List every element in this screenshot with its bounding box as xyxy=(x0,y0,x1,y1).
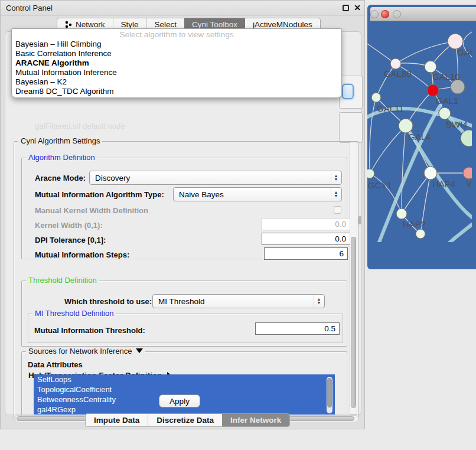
mi-type-value: Naive Bayes xyxy=(179,190,224,199)
data-attributes-label: Data Attributes xyxy=(28,360,83,369)
expanded-arrow-icon xyxy=(136,348,143,353)
node-label: GAL xyxy=(457,47,472,57)
network-edge[interactable] xyxy=(370,126,406,174)
tab-discretize-data[interactable]: Discretize Data xyxy=(148,414,222,426)
algorithm-definition-title: Algorithm Definition xyxy=(26,153,97,162)
attributes-scrollbar[interactable] xyxy=(327,377,332,413)
algorithm-option[interactable]: Basic Correlation Inference xyxy=(12,49,341,58)
network-edge[interactable] xyxy=(370,97,376,174)
network-window-titlebar xyxy=(370,7,476,21)
node-label: GCY1 xyxy=(368,180,392,190)
manual-kernel-checkbox[interactable] xyxy=(334,206,341,214)
node-label: HAP4 xyxy=(432,179,455,189)
node-gal1[interactable] xyxy=(427,84,439,96)
node-gal11[interactable] xyxy=(371,93,381,102)
network-edge-highlighted[interactable] xyxy=(450,224,472,242)
algorithm-definition-group: Algorithm Definition Aracne Mode: Discov… xyxy=(21,158,347,259)
node-gcy1[interactable] xyxy=(367,169,374,178)
node-swi4[interactable] xyxy=(439,107,451,119)
network-view-window: GALGAL80GAL10GAL1GAL11SWI4GAL4GCY1HAP4YH… xyxy=(367,5,476,269)
algorithm-option[interactable]: ARACNE Algorithm xyxy=(12,58,341,68)
network-icon xyxy=(65,21,73,28)
splitter-handle[interactable] xyxy=(358,216,361,224)
node-gal80[interactable] xyxy=(390,58,401,69)
algorithm-option[interactable]: Dream8 DC_TDC Algorithm xyxy=(12,87,341,96)
mi-algorithm-type-select[interactable]: Naive Bayes ▲▼ xyxy=(173,187,342,201)
cyni-algorithm-settings-group: Cyni Algorithm Settings Algorithm Defini… xyxy=(14,141,358,419)
mi-threshold-field[interactable]: 0.5 xyxy=(255,322,340,335)
spinner-arrows-icon: ▲▼ xyxy=(314,295,322,307)
manual-kernel-label: Manual Kernel Width Definition xyxy=(35,206,148,215)
node-bottom[interactable] xyxy=(416,229,425,239)
algorithm-dropdown: Select algorithm to view settings Bayesi… xyxy=(11,28,342,98)
dpi-tolerance-field[interactable]: 0.0 xyxy=(262,233,350,245)
tab-label: Select xyxy=(155,20,177,29)
tab-label: Impute Data xyxy=(94,416,139,425)
spinner-arrows-icon: ▲▼ xyxy=(331,172,339,184)
tab-label: Infer Network xyxy=(230,416,281,425)
screenshot-root: Control Panel ✕ Network Style Select Cyn… xyxy=(0,0,476,450)
ghost-network-hint: galFiltered.sif default node xyxy=(35,122,125,131)
threshold-definition-title: Threshold Definition xyxy=(26,276,99,285)
zoom-window-icon[interactable] xyxy=(370,10,379,18)
settings-vertical-scrollbar[interactable] xyxy=(350,142,357,415)
attributes-scrollbar-thumb[interactable] xyxy=(327,378,332,407)
apply-button[interactable]: Apply xyxy=(159,394,200,407)
threshold-definition-group: Threshold Definition Which threshold to … xyxy=(21,281,347,347)
algorithm-option[interactable]: Bayesian – K2 xyxy=(12,77,341,87)
which-threshold-value: MI Threshold xyxy=(158,297,205,306)
sources-group-title[interactable]: Sources for Network Inference xyxy=(26,347,145,356)
kernel-width-field[interactable]: 0.0 xyxy=(262,218,350,230)
network-edge[interactable] xyxy=(402,126,406,214)
mi-steps-field[interactable]: 6 xyxy=(264,247,348,260)
network-edge[interactable] xyxy=(396,41,455,64)
which-threshold-select[interactable]: MI Threshold ▲▼ xyxy=(152,294,325,308)
aracne-mode-value: Discovery xyxy=(95,174,130,182)
spinner-arrows-icon: ▲▼ xyxy=(331,188,339,200)
algorithm-option[interactable]: Mutual Information Inference xyxy=(12,68,341,77)
network-canvas-container: GALGAL80GAL10GAL1GAL11SWI4GAL4GCY1HAP4YH… xyxy=(367,5,476,244)
dropdown-placeholder: Select algorithm to view settings xyxy=(12,29,341,40)
settings-group-title: Cyni Algorithm Settings xyxy=(18,136,102,145)
aracne-mode-select[interactable]: Discovery ▲▼ xyxy=(89,171,342,185)
node-hap2[interactable] xyxy=(396,208,407,219)
float-window-icon[interactable] xyxy=(343,5,349,11)
minimize-window-icon[interactable] xyxy=(393,10,401,18)
aracne-mode-label: Aracne Mode: xyxy=(35,174,86,182)
control-panel-titlebar: Control Panel ✕ xyxy=(1,1,364,16)
node-gal4[interactable] xyxy=(399,119,413,133)
close-panel-icon[interactable]: ✕ xyxy=(354,3,361,12)
sources-title-text: Sources for Network Inference xyxy=(28,347,132,356)
node-label: GAL1 xyxy=(436,96,458,106)
node-gal10[interactable] xyxy=(425,61,436,73)
close-window-icon[interactable] xyxy=(381,10,389,18)
node-salmon[interactable] xyxy=(463,167,472,179)
settings-vscroll-thumb[interactable] xyxy=(351,237,356,408)
node-label: GAL10 xyxy=(432,71,460,81)
node-label: GAL11 xyxy=(377,103,404,113)
tab-impute-data[interactable]: Impute Data xyxy=(86,414,148,426)
tab-label: jActiveMNodules xyxy=(253,20,312,29)
network-canvas[interactable]: GALGAL80GAL10GAL1GAL11SWI4GAL4GCY1HAP4YH… xyxy=(367,5,472,242)
node-hap4[interactable] xyxy=(424,167,437,180)
dpi-tolerance-label: DPI Tolerance [0,1]: xyxy=(35,236,106,244)
control-panel-window: Control Panel ✕ Network Style Select Cyn… xyxy=(0,0,365,429)
attribute-list-item[interactable]: TopologicalCoefficient xyxy=(34,384,335,394)
node-label: HAP2 xyxy=(403,219,426,229)
mi-threshold-group-title: MI Threshold Definition xyxy=(32,309,116,318)
node-label: SWI4 xyxy=(446,119,468,129)
which-threshold-label: Which threshold to use: xyxy=(64,297,152,306)
algorithm-option[interactable]: Bayesian – Hill Climbing xyxy=(12,40,341,49)
mi-threshold-group: MI Threshold Definition Mutual Informati… xyxy=(28,314,343,343)
tab-infer-network[interactable]: Infer Network xyxy=(222,414,289,426)
mi-threshold-label: Mutual Information Threshold: xyxy=(34,326,145,335)
mi-steps-label: Mutual Information Steps: xyxy=(35,250,129,259)
panel-title: Control Panel xyxy=(6,4,53,12)
tab-label: Discretize Data xyxy=(157,416,214,425)
bottom-tabs: Impute Data Discretize Data Infer Networ… xyxy=(85,413,290,427)
attribute-list-item[interactable]: SelfLoops xyxy=(34,374,335,384)
node-label: Y xyxy=(466,179,472,189)
node-gray[interactable] xyxy=(451,80,465,94)
tab-label: Style xyxy=(121,20,139,29)
node-label: GAL80 xyxy=(384,69,412,79)
